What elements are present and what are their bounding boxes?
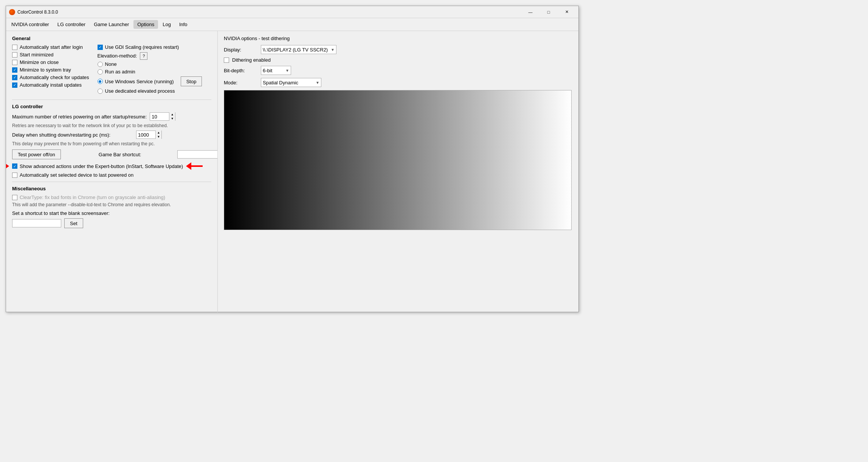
miscellaneous-section-title: Miscellaneous bbox=[12, 186, 211, 191]
content-area: General Automatically start after login … bbox=[6, 31, 578, 313]
window-title: ColorControl 8.3.0.0 bbox=[17, 9, 58, 15]
left-arrow-head bbox=[6, 162, 9, 170]
elevation-run-as-admin-radio[interactable] bbox=[98, 69, 103, 75]
max-retries-spinner-buttons: ▲ ▼ bbox=[169, 112, 175, 121]
maximize-button[interactable]: □ bbox=[540, 6, 557, 18]
nvidia-display-dropdown[interactable]: \\.\DISPLAY2 (LG TV SSCR2) ▼ bbox=[261, 45, 336, 54]
minimize-on-close-row: Minimize on close bbox=[12, 59, 89, 65]
delay-up-button[interactable]: ▲ bbox=[155, 131, 161, 135]
nvidia-mode-value: Spatial Dynamic bbox=[263, 80, 298, 86]
test-power-button[interactable]: Test power off/on bbox=[12, 149, 61, 159]
auto-install-updates-checkbox[interactable] bbox=[12, 82, 17, 88]
show-advanced-container: Show advanced actions under the Expert-b… bbox=[12, 162, 211, 170]
nvidia-dithering-checkbox[interactable] bbox=[224, 58, 229, 63]
auto-install-updates-row: Automatically install updates bbox=[12, 82, 89, 88]
elevation-run-as-admin-label: Run as admin bbox=[105, 69, 135, 75]
general-left-col: Automatically start after login Start mi… bbox=[12, 44, 89, 90]
title-bar-controls: — □ ✕ bbox=[522, 6, 575, 18]
menu-item-log[interactable]: Log bbox=[159, 20, 175, 29]
delay-spinner-buttons: ▲ ▼ bbox=[155, 131, 161, 139]
nvidia-bitdepth-row: Bit-depth: 6-bit ▼ bbox=[224, 66, 572, 75]
minimize-to-tray-checkbox[interactable] bbox=[12, 67, 17, 73]
elevation-none-radio[interactable] bbox=[98, 62, 103, 67]
nvidia-dithering-label: Dithering enabled bbox=[232, 57, 271, 63]
menu-item-info[interactable]: Info bbox=[175, 20, 191, 29]
separator-2 bbox=[12, 182, 211, 182]
delay-spinner[interactable]: 1000 ▲ ▼ bbox=[136, 131, 162, 139]
delay-input[interactable]: 1000 bbox=[136, 131, 155, 138]
gamebar-input[interactable] bbox=[177, 150, 218, 159]
cleartype-checkbox[interactable] bbox=[12, 195, 17, 200]
left-panel: General Automatically start after login … bbox=[6, 31, 218, 313]
start-minimized-row: Start minimized bbox=[12, 52, 89, 58]
auto-select-row: Automatically set selected device to las… bbox=[12, 172, 211, 178]
dithering-preview bbox=[224, 90, 572, 230]
nvidia-mode-dropdown-arrow: ▼ bbox=[316, 81, 319, 85]
general-section-title: General bbox=[12, 36, 211, 41]
set-button[interactable]: Set bbox=[64, 218, 83, 228]
minimize-on-close-label: Minimize on close bbox=[20, 59, 59, 65]
max-retries-spinner[interactable]: 10 ▲ ▼ bbox=[150, 112, 175, 121]
max-retries-input[interactable]: 10 bbox=[150, 113, 169, 120]
elevation-help-button[interactable]: ? bbox=[140, 52, 147, 60]
nvidia-mode-label: Mode: bbox=[224, 80, 258, 86]
max-retries-label: Maximum number of retries powering on af… bbox=[12, 114, 147, 120]
nvidia-bitdepth-dropdown-arrow: ▼ bbox=[285, 68, 289, 73]
show-advanced-row: Show advanced actions under the Expert-b… bbox=[12, 163, 183, 169]
elevation-windows-service-row: Use Windows Service (running) Stop bbox=[98, 76, 202, 86]
auto-start-checkbox[interactable] bbox=[12, 45, 17, 50]
nvidia-bitdepth-value: 6-bit bbox=[263, 68, 272, 73]
elevation-dedicated-label: Use dedicated elevated process bbox=[105, 88, 175, 94]
elevation-windows-service-label: Use Windows Service (running) bbox=[105, 79, 174, 84]
nvidia-display-value: \\.\DISPLAY2 (LG TV SSCR2) bbox=[263, 47, 328, 53]
auto-start-label: Automatically start after login bbox=[20, 44, 83, 50]
use-gdi-checkbox[interactable] bbox=[98, 45, 103, 50]
dithering-svg bbox=[224, 90, 571, 230]
menu-item-nvidia-controller[interactable]: NVIDIA controller bbox=[8, 20, 53, 29]
menu-bar: NVIDIA controller LG controller Game Lau… bbox=[6, 18, 578, 31]
app-icon bbox=[9, 9, 15, 15]
menu-item-game-launcher[interactable]: Game Launcher bbox=[90, 20, 133, 29]
right-arrow-head bbox=[186, 162, 191, 170]
main-window: ColorControl 8.3.0.0 — □ ✕ NVIDIA contro… bbox=[6, 6, 579, 312]
cleartype-note: This will add the parameter --disable-lc… bbox=[12, 202, 211, 207]
delay-label: Delay when shutting down/restarting pc (… bbox=[12, 132, 133, 138]
max-retries-row: Maximum number of retries powering on af… bbox=[12, 112, 211, 121]
stop-button[interactable]: Stop bbox=[181, 76, 202, 86]
menu-item-lg-controller[interactable]: LG controller bbox=[54, 20, 89, 29]
elevation-windows-service-radio[interactable] bbox=[98, 79, 103, 84]
elevation-section: Elevation-method: ? bbox=[98, 52, 202, 60]
nvidia-bitdepth-label: Bit-depth: bbox=[224, 68, 258, 73]
nvidia-section-title: NVIDIA options - test dithering bbox=[224, 36, 572, 41]
minimize-on-close-checkbox[interactable] bbox=[12, 60, 17, 65]
left-arrow-annotation bbox=[6, 162, 9, 170]
elevation-dedicated-radio[interactable] bbox=[98, 89, 103, 94]
max-retries-down-button[interactable]: ▼ bbox=[169, 117, 175, 121]
auto-install-updates-label: Automatically install updates bbox=[20, 82, 82, 88]
nvidia-bitdepth-dropdown[interactable]: 6-bit ▼ bbox=[261, 66, 291, 75]
minimize-button[interactable]: — bbox=[522, 6, 539, 18]
nvidia-dithering-row: Dithering enabled bbox=[224, 57, 572, 63]
screensaver-input[interactable] bbox=[12, 219, 61, 227]
auto-select-checkbox[interactable] bbox=[12, 173, 17, 178]
show-advanced-label: Show advanced actions under the Expert-b… bbox=[20, 163, 183, 169]
lg-controller-section-title: LG controller bbox=[12, 104, 211, 109]
show-advanced-checkbox[interactable] bbox=[12, 163, 17, 169]
nvidia-display-row: Display: \\.\DISPLAY2 (LG TV SSCR2) ▼ bbox=[224, 45, 572, 54]
nvidia-display-label: Display: bbox=[224, 47, 258, 53]
menu-item-options[interactable]: Options bbox=[133, 20, 158, 29]
auto-check-updates-row: Automatically check for updates bbox=[12, 75, 89, 80]
elevation-label: Elevation-method: bbox=[98, 52, 137, 59]
max-retries-up-button[interactable]: ▲ bbox=[169, 112, 175, 117]
close-button[interactable]: ✕ bbox=[558, 6, 575, 18]
nvidia-mode-dropdown[interactable]: Spatial Dynamic ▼ bbox=[261, 78, 321, 87]
right-arrow-shaft bbox=[191, 165, 203, 167]
power-gamebar-row: Test power off/on Game Bar shortcut: bbox=[12, 149, 211, 159]
elevation-options: None Run as admin Use Windows Service (r… bbox=[98, 61, 202, 94]
cleartype-label: ClearType: fix bad fonts in Chrome (turn… bbox=[20, 194, 165, 200]
start-minimized-checkbox[interactable] bbox=[12, 52, 17, 58]
title-bar-left: ColorControl 8.3.0.0 bbox=[9, 9, 58, 15]
delay-down-button[interactable]: ▼ bbox=[155, 135, 161, 139]
auto-check-updates-checkbox[interactable] bbox=[12, 75, 17, 80]
nvidia-mode-row: Mode: Spatial Dynamic ▼ bbox=[224, 78, 572, 87]
